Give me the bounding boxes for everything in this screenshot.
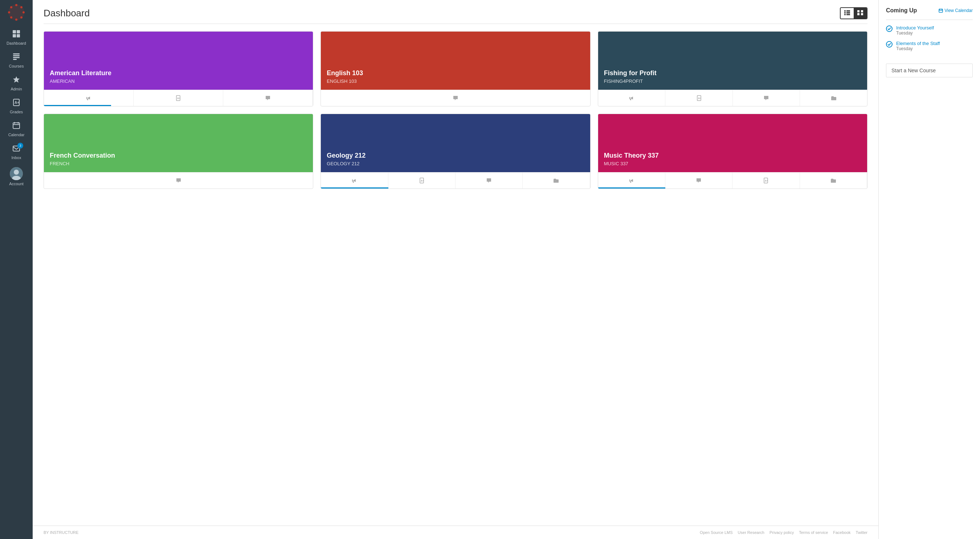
course-code-french-conversation: FRENCH	[50, 161, 307, 166]
coming-up-item-title-0[interactable]: Introduce Yourself	[896, 25, 934, 30]
svg-rect-29	[846, 10, 850, 12]
footer-link-1[interactable]: User Research	[738, 530, 764, 535]
svg-rect-20	[13, 123, 20, 129]
sidebar-item-admin[interactable]: Admin	[0, 72, 33, 95]
svg-rect-15	[13, 57, 20, 58]
start-new-course-button[interactable]: Start a New Course	[886, 64, 973, 77]
coming-up-item-title-1[interactable]: Elements of the Staff	[896, 41, 940, 46]
svg-rect-31	[846, 12, 850, 13]
grades-button-geology-212[interactable]: A+	[388, 172, 455, 188]
sidebar-grades-label: Grades	[10, 110, 23, 114]
sidebar-item-dashboard[interactable]: Dashboard	[0, 26, 33, 49]
svg-point-8	[10, 6, 12, 8]
course-card-geology-212[interactable]: Geology 212GEOLOGY 212A+	[320, 114, 590, 189]
svg-rect-36	[858, 13, 859, 15]
discuss-button-music-theory-337[interactable]	[665, 172, 732, 188]
svg-text:A+: A+	[14, 100, 19, 105]
grid-view-button[interactable]	[854, 8, 867, 19]
course-name-geology-212: Geology 212	[327, 152, 584, 159]
footer-link-4[interactable]: Facebook	[833, 530, 850, 535]
svg-rect-33	[846, 14, 850, 15]
footer-link-3[interactable]: Terms of service	[799, 530, 828, 535]
sidebar-item-grades[interactable]: A+ Grades	[0, 95, 33, 118]
course-card-american-lit[interactable]: American LiteratureAMERICANA+	[43, 31, 313, 107]
active-bar-music-theory-337	[598, 187, 665, 188]
footer-links: Open Source LMSUser ResearchPrivacy poli…	[695, 530, 867, 535]
check-icon	[886, 41, 892, 49]
check-icon	[886, 26, 892, 33]
svg-rect-41	[630, 99, 631, 100]
right-panel: Coming Up View Calendar Introduce Yourse…	[878, 0, 980, 539]
svg-rect-10	[17, 30, 20, 33]
view-toggle	[840, 7, 867, 19]
grades-button-american-lit[interactable]: A+	[134, 90, 223, 106]
sidebar-courses-label: Courses	[9, 64, 24, 68]
svg-point-2	[20, 6, 22, 8]
view-calendar-label: View Calendar	[945, 8, 973, 13]
coming-up-items: Introduce YourselfTuesdayElements of the…	[886, 25, 973, 51]
files-button-fishing-profit[interactable]	[800, 90, 867, 106]
course-actions-french-conversation	[44, 172, 313, 188]
svg-text:A+: A+	[421, 179, 424, 182]
svg-text:A+: A+	[765, 179, 768, 182]
app-logo[interactable]	[8, 4, 25, 22]
announce-button-fishing-profit[interactable]	[598, 90, 666, 106]
svg-text:A+: A+	[177, 97, 180, 99]
sidebar-admin-label: Admin	[11, 87, 22, 91]
sidebar-item-courses[interactable]: Courses	[0, 49, 33, 72]
coming-up-text-1: Elements of the StaffTuesday	[896, 41, 940, 51]
announce-button-music-theory-337[interactable]	[598, 172, 665, 188]
grades-button-fishing-profit[interactable]: A+	[665, 90, 733, 106]
sidebar-item-calendar[interactable]: Calendar	[0, 118, 33, 140]
dashboard-header: Dashboard	[43, 7, 867, 24]
footer-link-0[interactable]: Open Source LMS	[700, 530, 733, 535]
list-view-button[interactable]	[841, 8, 854, 19]
page-title: Dashboard	[43, 8, 90, 19]
course-card-fishing-profit[interactable]: Fishing for ProfitFISHING4PROFITA+	[598, 31, 867, 107]
sidebar-account-label: Account	[9, 182, 24, 186]
course-card-english-103[interactable]: English 103ENGLISH 103	[320, 31, 590, 107]
files-button-geology-212[interactable]	[523, 172, 590, 188]
svg-marker-17	[13, 76, 20, 83]
course-actions-american-lit: A+	[44, 90, 313, 106]
discuss-button-french-conversation[interactable]	[44, 172, 313, 188]
course-code-english-103: ENGLISH 103	[327, 78, 584, 84]
discuss-button-american-lit[interactable]	[223, 90, 313, 106]
announce-button-geology-212[interactable]	[321, 172, 388, 188]
svg-point-5	[15, 19, 18, 21]
discuss-button-geology-212[interactable]	[455, 172, 523, 188]
discuss-button-fishing-profit[interactable]	[733, 90, 800, 106]
svg-rect-9	[13, 30, 16, 33]
footer-link-2[interactable]: Privacy policy	[770, 530, 794, 535]
announce-button-american-lit[interactable]	[44, 90, 134, 106]
svg-rect-30	[844, 12, 846, 13]
course-code-fishing-profit: FISHING4PROFIT	[604, 78, 861, 84]
svg-rect-38	[87, 99, 88, 100]
grades-icon: A+	[12, 99, 20, 108]
sidebar-item-inbox[interactable]: 3 Inbox	[0, 140, 33, 163]
grades-button-music-theory-337[interactable]: A+	[732, 172, 800, 188]
svg-rect-45	[353, 181, 354, 183]
view-calendar-link[interactable]: View Calendar	[939, 8, 973, 13]
sidebar: Dashboard Courses Admin A+	[0, 0, 33, 539]
course-code-music-theory-337: MUSIC 337	[604, 161, 861, 166]
svg-rect-16	[13, 59, 17, 60]
sidebar-calendar-label: Calendar	[8, 132, 25, 137]
footer-link-5[interactable]: Twitter	[856, 530, 867, 535]
svg-rect-44	[831, 97, 836, 100]
course-name-english-103: English 103	[327, 69, 584, 77]
discuss-button-english-103[interactable]	[321, 90, 590, 106]
svg-rect-48	[554, 179, 558, 183]
course-actions-music-theory-337: A+	[598, 172, 867, 188]
svg-rect-34	[858, 10, 859, 12]
svg-rect-28	[844, 10, 846, 12]
coming-up-title: Coming Up	[886, 7, 917, 14]
sidebar-item-account[interactable]: Account	[0, 163, 33, 190]
course-card-music-theory-337[interactable]: Music Theory 337MUSIC 337A+	[598, 114, 867, 189]
course-grid: American LiteratureAMERICANA+English 103…	[43, 31, 867, 189]
coming-up-item-0: Introduce YourselfTuesday	[886, 25, 973, 36]
courses-icon	[12, 53, 20, 62]
course-actions-fishing-profit: A+	[598, 90, 867, 106]
course-card-french-conversation[interactable]: French ConversationFRENCH	[43, 114, 313, 189]
files-button-music-theory-337[interactable]	[800, 172, 867, 188]
